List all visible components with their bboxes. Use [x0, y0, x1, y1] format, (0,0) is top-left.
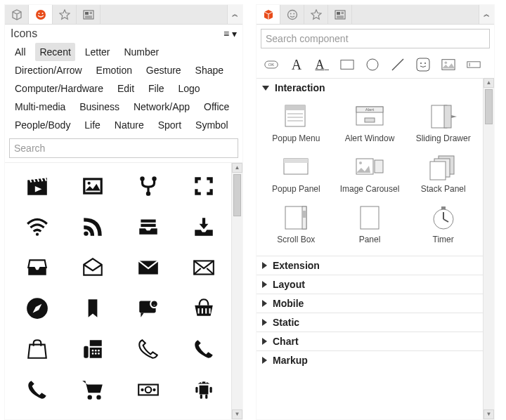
cat-computer-hardware[interactable]: Computer/Hardware	[11, 79, 108, 98]
icon-basket[interactable]	[176, 288, 231, 329]
svg-rect-90	[361, 206, 379, 229]
cat-emotion[interactable]: Emotion	[92, 61, 136, 79]
icon-image[interactable]	[65, 166, 120, 206]
comp-timer[interactable]: Timer	[406, 199, 480, 250]
collapse-right-icon[interactable]: ︽	[479, 5, 494, 24]
cat-sport[interactable]: Sport	[154, 116, 186, 134]
left-scrollbar[interactable]: ▲ ▼	[231, 163, 242, 419]
scroll-up-icon[interactable]: ▲	[484, 78, 494, 88]
star-icon	[59, 9, 70, 20]
section-head-mobile[interactable]: Mobile	[257, 294, 483, 313]
tab-smiley[interactable]	[29, 5, 53, 24]
tool-circle[interactable]	[365, 57, 380, 72]
cat-direction-arrow[interactable]: Direction/Arrow	[11, 61, 86, 79]
comp-scroll-box[interactable]: Scroll Box	[259, 199, 333, 250]
icon-cash[interactable]	[120, 369, 176, 410]
section-head-layout[interactable]: Layout	[257, 275, 483, 294]
section-label: Chart	[273, 336, 299, 347]
icon-rss[interactable]	[65, 206, 120, 247]
tool-image[interactable]	[441, 57, 456, 72]
cat-life[interactable]: Life	[80, 116, 105, 134]
tool-rectangle[interactable]	[339, 57, 355, 72]
tab-news[interactable]	[77, 5, 100, 24]
tool-line[interactable]	[390, 57, 406, 72]
cat-gesture[interactable]: Gesture	[142, 61, 186, 79]
cat-multimedia[interactable]: Multi-media	[11, 98, 70, 116]
comp-sliding-drawer[interactable]: Sliding Drawer	[406, 98, 480, 149]
cat-number[interactable]: Number	[119, 43, 163, 61]
section-label: Mobile	[273, 298, 304, 309]
tool-text-underline[interactable]: A⎯	[314, 57, 330, 72]
hamburger-menu-icon[interactable]: ≡ ▾	[223, 28, 237, 39]
cat-edit[interactable]: Edit	[113, 79, 138, 98]
cat-business[interactable]: Business	[75, 98, 124, 116]
icon-envelope-outline[interactable]	[176, 247, 231, 288]
icon-inbox-full[interactable]	[120, 206, 176, 247]
chevron-right-icon	[262, 262, 267, 269]
icon-phone-handset[interactable]	[9, 369, 65, 410]
cat-office[interactable]: Office	[200, 98, 233, 116]
tab-cube-r[interactable]	[257, 5, 280, 24]
icon-envelope-solid[interactable]	[120, 247, 176, 288]
icon-shopping-cart[interactable]	[65, 369, 120, 410]
component-search-input[interactable]	[261, 29, 490, 48]
cat-people-body[interactable]: People/Body	[11, 116, 74, 134]
icon-shopping-bag[interactable]	[9, 329, 65, 369]
icon-phone-solid[interactable]	[176, 329, 231, 369]
cat-letter[interactable]: Letter	[81, 43, 115, 61]
icon-fax[interactable]	[65, 329, 120, 369]
icon-android[interactable]	[176, 369, 231, 410]
icon-bookmark[interactable]	[65, 288, 120, 329]
icon-phone-outline[interactable]	[120, 329, 176, 369]
tool-field[interactable]	[466, 57, 481, 72]
collapse-left-icon[interactable]: ︽	[227, 5, 242, 24]
cat-shape[interactable]: Shape	[191, 61, 228, 79]
tab-news-r[interactable]	[328, 5, 352, 24]
tab-cube[interactable]	[5, 5, 29, 24]
icon-chat[interactable]: -	[120, 288, 176, 329]
tool-text[interactable]: A	[289, 57, 304, 72]
cat-symbol[interactable]: Symbol	[191, 116, 233, 134]
cat-nature[interactable]: Nature	[110, 116, 148, 134]
scroll-down-icon[interactable]: ▼	[232, 409, 242, 419]
scroll-up-icon[interactable]: ▲	[232, 163, 242, 173]
comp-popup-menu[interactable]: Popup Menu	[259, 98, 333, 149]
section-head-interaction[interactable]: Interaction	[257, 79, 483, 97]
tool-ok-badge[interactable]: OK	[264, 57, 279, 72]
svg-rect-41	[209, 387, 212, 393]
icon-compass[interactable]	[9, 288, 65, 329]
icon-envelope-open[interactable]	[65, 247, 120, 288]
cat-logo[interactable]: Logo	[174, 79, 204, 98]
comp-popup-panel[interactable]: Popup Panel	[259, 149, 333, 199]
cat-all[interactable]: All	[11, 43, 30, 61]
svg-point-0	[36, 10, 46, 20]
comp-panel[interactable]: Panel	[333, 199, 407, 250]
cat-recent[interactable]: Recent	[35, 43, 74, 61]
tool-smiley[interactable]	[415, 57, 431, 72]
section-head-chart[interactable]: Chart	[257, 332, 483, 350]
section-head-static[interactable]: Static	[257, 313, 483, 332]
comp-alert-window[interactable]: Alert Alert Window	[333, 98, 407, 149]
scroll-thumb[interactable]	[485, 89, 493, 124]
comp-stack-panel[interactable]: Stack Panel	[406, 149, 480, 199]
tab-star-r[interactable]	[304, 5, 328, 24]
icon-search-input[interactable]	[9, 138, 238, 158]
cat-file[interactable]: File	[144, 79, 169, 98]
icon-fork[interactable]	[120, 166, 176, 206]
icon-inbox[interactable]	[9, 247, 65, 288]
tab-star[interactable]	[53, 5, 77, 24]
icon-clapperboard[interactable]	[9, 166, 65, 206]
icon-download[interactable]	[176, 206, 231, 247]
section-head-markup[interactable]: Markup	[257, 351, 483, 369]
icon-fullscreen[interactable]	[176, 166, 231, 206]
scroll-thumb[interactable]	[233, 174, 241, 216]
section-static: Static	[257, 313, 483, 332]
icon-wifi[interactable]	[9, 206, 65, 247]
right-scrollbar[interactable]: ▲ ▼	[483, 78, 494, 419]
comp-image-carousel[interactable]: Image Carousel	[333, 149, 407, 199]
section-head-extension[interactable]: Extension	[257, 256, 483, 275]
scroll-down-icon[interactable]: ▼	[484, 409, 494, 419]
cat-network-app[interactable]: Network/App	[129, 98, 194, 116]
tab-smiley-r[interactable]	[280, 5, 304, 24]
svg-rect-80	[284, 159, 308, 163]
